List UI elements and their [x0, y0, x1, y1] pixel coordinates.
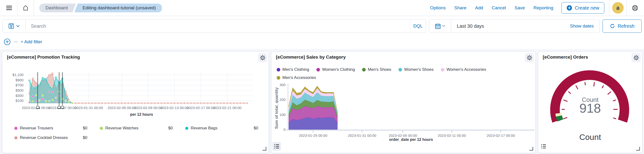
query-bar: DQL Last 30 days Show dates Refresh	[2, 19, 642, 33]
filter-in-circle-icon	[4, 38, 10, 45]
add-filter-link[interactable]: + Add filter	[20, 39, 42, 44]
kibana-dashboard-app: Dashboard Editing dashboard-tutorial (un…	[0, 0, 644, 154]
nav-link-options[interactable]: Options	[430, 5, 446, 10]
legend-item-revenue-cocktail-dresses[interactable]: Revenue Cocktail Dresses$0	[14, 133, 100, 142]
query-language-button[interactable]: DQL	[410, 20, 426, 32]
legend-dot	[277, 68, 280, 72]
save-icon	[8, 24, 14, 29]
date-range-value[interactable]: Last 30 days	[451, 20, 570, 32]
legend-dot	[14, 127, 18, 130]
legend-dot	[398, 68, 402, 72]
resize-handle[interactable]	[529, 147, 533, 151]
legend-dot	[362, 68, 366, 72]
resize-handle[interactable]	[262, 147, 266, 151]
legend-item-revenue-watches[interactable]: Revenue Watches$0	[100, 124, 185, 133]
breadcrumb-editing-dashboard[interactable]: Editing dashboard-tutorial (unsaved)	[74, 4, 162, 12]
filter-menu-button[interactable]	[3, 38, 11, 46]
legend-item-men-s-shoes[interactable]: Men's Shoes	[362, 66, 391, 74]
svg-text:2023-02-05 00:00: 2023-02-05 00:00	[389, 134, 417, 138]
panel-promotion-tracking: [eCommerce] Promotion Tracking $100$300$…	[2, 52, 269, 153]
refresh-label: Refresh	[618, 24, 634, 29]
menu-button[interactable]	[4, 3, 14, 13]
refresh-icon	[610, 24, 615, 29]
legend-list-icon	[274, 144, 279, 149]
legend-item-women-s-clothing[interactable]: Women's Clothing	[316, 66, 355, 74]
search-input[interactable]	[26, 20, 410, 32]
divider	[609, 0, 609, 16]
nav-link-add[interactable]: Add	[475, 5, 483, 10]
breadcrumb-dashboard[interactable]: Dashboard	[39, 4, 76, 12]
home-icon	[22, 5, 29, 11]
home-button[interactable]	[20, 3, 31, 13]
resize-handle[interactable]	[636, 147, 640, 151]
legend-toggle-button[interactable]	[272, 142, 281, 151]
legend-list-icon	[541, 144, 546, 149]
legend-value: $0	[254, 126, 258, 130]
legend-toggle-button[interactable]	[539, 142, 548, 151]
legend-item-women-s-shoes[interactable]: Women's Shoes	[398, 66, 434, 74]
refresh-button[interactable]: Refresh	[602, 19, 642, 33]
legend-label: Women's Clothing	[322, 67, 355, 72]
svg-text:2023-02-13 00:00: 2023-02-13 00:00	[160, 106, 188, 110]
legend-item-men-s-accessories[interactable]: Men's Accessories	[277, 74, 316, 82]
filter-bar: + Add filter	[3, 36, 42, 48]
nav-link-save[interactable]: Save	[514, 5, 525, 10]
svg-text:$900: $900	[16, 78, 24, 82]
panel-settings-button[interactable]	[258, 53, 267, 62]
divider	[34, 0, 34, 16]
svg-text:2023-02-09 00:00: 2023-02-09 00:00	[134, 106, 162, 110]
svg-text:$500: $500	[16, 88, 24, 92]
legend-label: Revenue Watches	[105, 126, 138, 130]
top-navigation-bar: Dashboard Editing dashboard-tutorial (un…	[0, 0, 644, 16]
svg-text:200: 200	[280, 98, 286, 102]
nav-link-reporting[interactable]: Reporting	[534, 5, 553, 10]
help-button[interactable]	[630, 3, 640, 13]
legend-item-revenue-trousers[interactable]: Revenue Trousers$0	[14, 124, 100, 133]
panel-settings-button[interactable]	[632, 53, 641, 62]
legend-label: Revenue Cocktail Dresses	[20, 135, 68, 140]
svg-text:0: 0	[284, 128, 286, 132]
nav-link-cancel[interactable]: Cancel	[492, 5, 506, 10]
calendar-icon	[435, 24, 440, 29]
svg-text:2023-02-17 00:00: 2023-02-17 00:00	[486, 134, 515, 138]
nav-link-share[interactable]: Share	[454, 5, 466, 10]
panel-settings-button[interactable]	[525, 53, 534, 62]
legend-label: Revenue Trousers	[20, 126, 53, 130]
saved-query-menu-button[interactable]	[3, 20, 26, 32]
chevron-down-icon	[16, 25, 20, 27]
legend-dot	[441, 68, 444, 72]
sales-legend: Men's ClothingWomen's ClothingMen's Shoe…	[277, 66, 530, 82]
panel-title: [eCommerce] Promotion Tracking	[7, 54, 80, 60]
legend-item-men-s-clothing[interactable]: Men's Clothing	[277, 66, 309, 74]
svg-text:$100: $100	[16, 98, 24, 102]
y-axis-title: Sum of total_quantity	[274, 85, 279, 131]
show-dates-link[interactable]: Show dates	[570, 20, 600, 32]
svg-text:$300: $300	[16, 94, 24, 98]
svg-text:2023-02-05 00:00: 2023-02-05 00:00	[108, 106, 136, 110]
svg-text:$1,100: $1,100	[12, 73, 24, 77]
help-life-ring-icon	[632, 5, 638, 11]
legend-value: $0	[83, 126, 87, 130]
panel-title: [eCommerce] Sales by Category	[276, 54, 346, 60]
svg-text:order_date per 12 hours: order_date per 12 hours	[389, 138, 433, 142]
filter-drag-dash	[14, 42, 18, 42]
avatar[interactable]: a	[612, 2, 624, 14]
legend-label: Men's Shoes	[368, 67, 391, 72]
create-new-button[interactable]: Create new	[562, 2, 604, 14]
panel-orders: [eCommerce] Orders Count 918 Count	[538, 52, 642, 153]
legend-item-revenue-bags[interactable]: Revenue Bags$0	[185, 124, 271, 133]
svg-text:per 12 hours: per 12 hours	[130, 112, 153, 116]
svg-text:100: 100	[280, 113, 286, 117]
svg-text:2023-01-31 00:00: 2023-01-31 00:00	[348, 134, 376, 138]
hamburger-icon	[6, 5, 12, 10]
divider	[17, 0, 18, 16]
promotion-tracking-chart: $100$300$500$700$900$1,1002023-01-23 00:…	[5, 70, 264, 120]
sales-by-category-chart: 01002003002023-01-25 00:002023-01-31 00:…	[280, 82, 535, 145]
legend-label: Men's Clothing	[282, 67, 309, 72]
top-nav-actions: OptionsShareAddCancelSaveReporting	[430, 5, 553, 10]
date-quick-select-button[interactable]	[429, 20, 451, 32]
legend-dot	[316, 68, 320, 72]
legend-dot	[277, 76, 280, 80]
legend-dot	[185, 127, 188, 130]
legend-item-women-s-accessories[interactable]: Women's Accessories	[441, 66, 486, 74]
